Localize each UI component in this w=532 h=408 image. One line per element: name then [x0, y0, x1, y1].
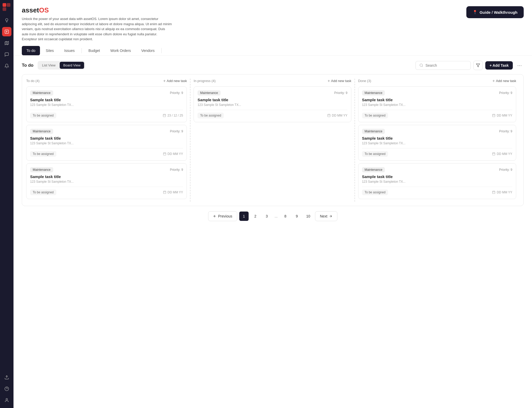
tasks-icon[interactable] [2, 27, 11, 36]
task-card[interactable]: Maintenance Priority: 9 Sample task titl… [26, 125, 187, 161]
task-title: Sample task title [362, 174, 512, 179]
previous-button[interactable]: Previous [208, 211, 237, 221]
task-address: 123 Sample St Sampleton TX... [197, 103, 347, 107]
task-address: 123 Sample St Sampleton TX... [362, 180, 512, 183]
svg-rect-0 [3, 3, 6, 7]
task-footer: To be assigned DD MM YY [30, 187, 183, 195]
user-icon[interactable] [2, 396, 11, 405]
map-icon[interactable] [2, 38, 11, 48]
svg-rect-12 [163, 153, 166, 155]
search-input[interactable] [425, 63, 467, 67]
page-2-button[interactable]: 2 [251, 212, 260, 221]
task-assignee: To be assigned [30, 151, 56, 157]
task-card[interactable]: Maintenance Priority: 9 Sample task titl… [358, 125, 516, 161]
add-new-task-inprogress[interactable]: + Add new task [328, 79, 351, 83]
task-title: Sample task title [30, 136, 183, 140]
tab-divider-1 [81, 48, 82, 53]
svg-rect-2 [3, 7, 6, 11]
header-left: assetOS Unlock the power of your asset d… [22, 6, 460, 42]
task-title: Sample task title [30, 98, 183, 102]
task-card[interactable]: Maintenance Priority: 9 Sample task titl… [358, 86, 516, 122]
task-date: DD MM YY [492, 191, 512, 194]
search-icon [419, 63, 423, 67]
task-card[interactable]: Maintenance Priority: 9 Sample task titl… [358, 163, 516, 199]
task-tag: Maintenance [30, 167, 53, 172]
logo-part1: asset [22, 6, 39, 14]
list-view-button[interactable]: List View [38, 62, 59, 69]
task-address: 123 Sample St Sampleton TX... [362, 103, 512, 107]
page-dots: ... [274, 214, 279, 218]
task-tag: Maintenance [362, 90, 385, 96]
add-new-task-todo[interactable]: + Add new task [163, 79, 187, 83]
calendar-icon [163, 152, 166, 155]
more-options-button[interactable]: ⋯ [515, 61, 524, 70]
task-tag: Maintenance [30, 129, 53, 134]
pagination: Previous 1 2 3 ... 8 9 10 Next [22, 206, 524, 227]
column-done: Done (3) + Add new task Maintenance Prio… [355, 79, 519, 202]
column-inprogress-title: In progress (4) [194, 79, 216, 83]
tab-divider-2 [161, 48, 162, 53]
arrow-left-icon [213, 214, 217, 218]
board-view-button[interactable]: Board View [60, 62, 84, 69]
svg-rect-16 [163, 191, 166, 194]
task-card-header: Maintenance Priority: 9 [362, 90, 512, 96]
view-toggle: List View Board View [38, 61, 85, 70]
task-footer: To be assigned DD MM YY [362, 187, 512, 195]
tab-sites[interactable]: Sites [41, 46, 58, 55]
task-priority: Priority: 9 [499, 130, 512, 133]
board-header: To do List View Board View + Add Task ⋯ [22, 61, 524, 70]
task-date: DD MM YY [492, 114, 512, 117]
task-tag: Maintenance [362, 129, 385, 134]
page-header: assetOS Unlock the power of your asset d… [13, 0, 532, 46]
tab-budget[interactable]: Budget [84, 46, 105, 55]
svg-rect-28 [493, 153, 495, 155]
add-new-task-done[interactable]: + Add new task [493, 79, 516, 83]
calendar-icon [492, 114, 495, 117]
board-title-area: To do List View Board View [22, 61, 85, 70]
svg-rect-24 [493, 114, 495, 117]
svg-point-6 [420, 64, 422, 66]
task-tag: Maintenance [197, 90, 221, 96]
upload-icon[interactable] [2, 373, 11, 382]
filter-button[interactable] [473, 61, 483, 70]
calendar-icon [492, 152, 495, 155]
header-description: Unlock the power of your asset data with… [22, 16, 172, 42]
chat-icon[interactable] [2, 50, 11, 59]
page-3-button[interactable]: 3 [262, 212, 271, 221]
app-logo: assetOS [22, 6, 460, 14]
task-card[interactable]: Maintenance Priority: 9 Sample task titl… [194, 86, 351, 122]
plus-icon-todo: + [163, 79, 166, 83]
svg-rect-1 [7, 3, 10, 7]
bulb-icon[interactable] [2, 16, 11, 25]
task-priority: Priority: 9 [170, 91, 183, 95]
tab-todo[interactable]: To do [22, 46, 40, 55]
tab-vendors[interactable]: Vendors [137, 46, 159, 55]
tab-work-orders[interactable]: Work Orders [106, 46, 135, 55]
bell-icon[interactable] [2, 61, 11, 71]
task-card[interactable]: Maintenance Priority: 9 Sample task titl… [26, 86, 187, 122]
column-done-header: Done (3) + Add new task [358, 79, 516, 83]
page-1-button[interactable]: 1 [239, 212, 249, 221]
filter-icon [476, 63, 480, 67]
task-address: 123 Sample St Sampleton TX... [30, 141, 183, 145]
app-logo-sidebar [3, 3, 11, 11]
page-8-button[interactable]: 8 [281, 212, 290, 221]
next-button[interactable]: Next [315, 211, 338, 221]
page-10-button[interactable]: 10 [304, 212, 313, 221]
column-todo-title: To do (4) [26, 79, 39, 83]
tab-issues[interactable]: Issues [59, 46, 79, 55]
task-footer: To be assigned 23 / 12 / 25 [30, 110, 183, 118]
calendar-icon [163, 114, 166, 117]
task-footer: To be assigned DD MM YY [362, 110, 512, 118]
task-title: Sample task title [197, 98, 347, 102]
page-9-button[interactable]: 9 [292, 212, 302, 221]
board-container: To do List View Board View + Add Task ⋯ [13, 56, 532, 408]
task-card[interactable]: Maintenance Priority: 9 Sample task titl… [26, 163, 187, 199]
svg-rect-8 [163, 114, 166, 117]
next-label: Next [320, 214, 328, 218]
guide-walkthrough-button[interactable]: 📍 Guide / Walkthrough [466, 6, 524, 18]
search-box[interactable] [415, 61, 471, 70]
help-icon[interactable] [2, 384, 11, 393]
add-task-button[interactable]: + Add Task [485, 61, 513, 70]
svg-point-5 [6, 398, 8, 400]
